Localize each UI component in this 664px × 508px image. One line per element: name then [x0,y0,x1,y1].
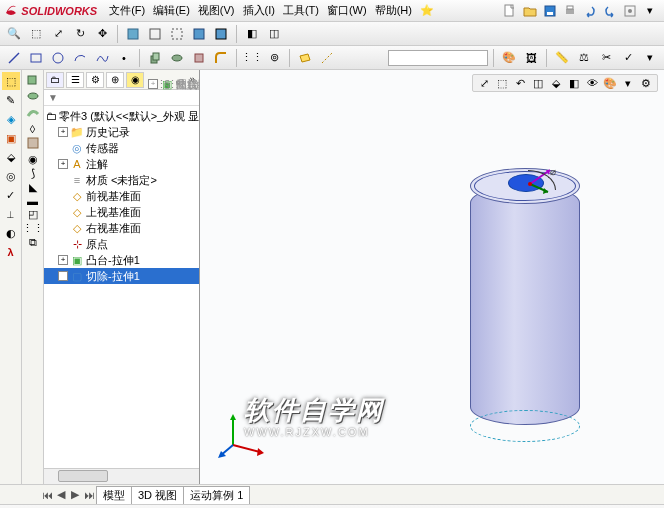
feature-tree[interactable]: 🗀 零件3 (默认<<默认>_外观 显 +📁历史记录◎传感器+A注解≡材质 <未… [44,106,199,468]
ss-extrude-icon[interactable] [26,72,40,88]
redo-button[interactable] [600,1,620,21]
zoom-area-icon[interactable]: ⬚ [26,24,46,44]
help-dropdown[interactable]: ▾ [640,1,660,21]
menu-view[interactable]: 视图(V) [194,3,239,18]
sketch-point-icon[interactable]: • [114,48,134,68]
menu-edit[interactable]: 编辑(E) [149,3,194,18]
model-cylinder[interactable]: ⌀ [460,160,590,440]
cm-dimxpert-icon[interactable]: ⟂ [2,205,20,223]
menu-file[interactable]: 文件(F) [105,3,149,18]
tree-item-material[interactable]: ≡材质 <未指定> [44,172,199,188]
command-search[interactable] [388,50,488,66]
shaded-icon[interactable] [189,24,209,44]
hidden-lines-icon[interactable] [167,24,187,44]
fillet-icon[interactable] [211,48,231,68]
sketch-arc-icon[interactable] [70,48,90,68]
menu-help[interactable]: 帮助(H) [371,3,416,18]
ss-rib-icon[interactable]: ▬ [27,195,38,207]
tree-item-origin[interactable]: ⊹原点 [44,236,199,252]
tree-toggle-icon[interactable]: + [58,127,68,137]
ss-cut-icon[interactable] [26,136,40,152]
ss-shell-icon[interactable]: ◰ [28,208,38,221]
vp-scene-icon[interactable]: ▾ [620,75,636,91]
vp-display-icon[interactable]: ◧ [566,75,582,91]
menu-insert[interactable]: 插入(I) [239,3,279,18]
cm-mold-icon[interactable]: ◎ [2,167,20,185]
tree-item-annotations[interactable]: +A注解 [44,156,199,172]
perspective-icon[interactable]: ◫ [264,24,284,44]
wireframe-icon[interactable] [145,24,165,44]
appearance-icon[interactable]: 🎨 [499,48,519,68]
print-button[interactable] [560,1,580,21]
tree-root[interactable]: 🗀 零件3 (默认<<默认>_外观 显 [44,108,199,124]
eval-mass-icon[interactable]: ⚖ [574,48,594,68]
ss-hole-icon[interactable]: ◉ [28,153,38,166]
sketch-spline-icon[interactable] [92,48,112,68]
ss-fillet-icon[interactable]: ⟆ [31,167,35,180]
undo-button[interactable] [580,1,600,21]
vp-hide-icon[interactable]: 👁 [584,75,600,91]
ss-chamfer-icon[interactable]: ◣ [29,181,37,194]
cm-evaluate-icon[interactable]: ✓ [2,186,20,204]
sketch-line-icon[interactable] [4,48,24,68]
eval-measure-icon[interactable]: 📏 [552,48,572,68]
reference-plane-icon[interactable] [295,48,315,68]
tree-item-extrude1[interactable]: +▣凸台-拉伸1 [44,252,199,268]
cm-sketch-icon[interactable]: ✎ [2,91,20,109]
ss-revolve-icon[interactable] [26,89,40,105]
vp-section-icon[interactable]: ◫ [530,75,546,91]
zoom-fit-icon[interactable]: ⤢ [48,24,68,44]
shaded-edges-icon[interactable] [211,24,231,44]
zoom-tool-icon[interactable]: 🔍 [4,24,24,44]
menu-window[interactable]: 窗口(W) [323,3,371,18]
open-doc-button[interactable] [520,1,540,21]
ss-mirror-icon[interactable]: ⧉ [29,236,37,249]
tab-nav-last-icon[interactable]: ⏭ [82,489,96,501]
pattern-linear-icon[interactable]: ⋮⋮ [242,48,262,68]
tab-config-mgr[interactable]: ⚙ [86,72,104,88]
reference-axis-icon[interactable] [317,48,337,68]
tree-item-right[interactable]: ◇右视基准面 [44,220,199,236]
extrude-cut-icon[interactable] [189,48,209,68]
tree-filter[interactable] [44,90,199,106]
tab-nav-prev-icon[interactable]: ◀ [54,488,68,501]
ss-sweep-icon[interactable] [26,106,40,122]
tab-property-mgr[interactable]: ☰ [66,72,84,88]
revolve-boss-icon[interactable] [167,48,187,68]
tree-toggle-icon[interactable]: + [58,255,68,265]
tree-toggle-icon[interactable]: + [58,271,68,281]
section-view-icon[interactable] [123,24,143,44]
options-button[interactable] [620,1,640,21]
vp-prev-view-icon[interactable]: ↶ [512,75,528,91]
rotate-view-icon[interactable]: ↻ [70,24,90,44]
bottom-tab-motion[interactable]: 运动算例 1 [183,486,250,504]
extrude-boss-icon[interactable] [145,48,165,68]
dimension-label[interactable]: ⌀ [550,166,556,177]
display-style-icon[interactable]: ◧ [242,24,262,44]
pan-icon[interactable]: ✥ [92,24,112,44]
ss-loft-icon[interactable]: ◊ [30,123,35,135]
vp-zoom-fit-icon[interactable]: ⤢ [476,75,492,91]
viewport-3d[interactable]: ⤢ ⬚ ↶ ◫ ⬙ ◧ 👁 🎨 ▾ ⚙ ⌀ [200,70,664,484]
tree-item-top[interactable]: ◇上视基准面 [44,204,199,220]
tree-item-history[interactable]: +📁历史记录 [44,124,199,140]
eval-more-icon[interactable]: ▾ [640,48,660,68]
tree-filter-input[interactable] [48,92,195,103]
ss-pattern-icon[interactable]: ⋮⋮ [22,222,44,235]
cm-features-icon[interactable]: ⬚ [2,72,20,90]
cm-sheetmetal-icon[interactable]: ▣ [2,129,20,147]
vp-orient-icon[interactable]: ⬙ [548,75,564,91]
cm-weld-icon[interactable]: ⬙ [2,148,20,166]
bottom-tab-3dview[interactable]: 3D 视图 [131,486,184,504]
sketch-rect-icon[interactable] [26,48,46,68]
tab-feature-tree[interactable]: 🗀 [46,72,64,88]
scene-icon[interactable]: 🖼 [521,48,541,68]
tab-nav-first-icon[interactable]: ⏮ [40,489,54,501]
cm-surfaces-icon[interactable]: ◈ [2,110,20,128]
tab-dimxpert[interactable]: ⊕ [106,72,124,88]
tree-item-sensors[interactable]: ◎传感器 [44,140,199,156]
tree-item-cut1[interactable]: +▢切除-拉伸1 [44,268,199,284]
menu-more-icon[interactable]: ⭐ [416,4,438,17]
tree-toggle-icon[interactable]: + [58,159,68,169]
cm-office-icon[interactable]: λ [2,243,20,261]
